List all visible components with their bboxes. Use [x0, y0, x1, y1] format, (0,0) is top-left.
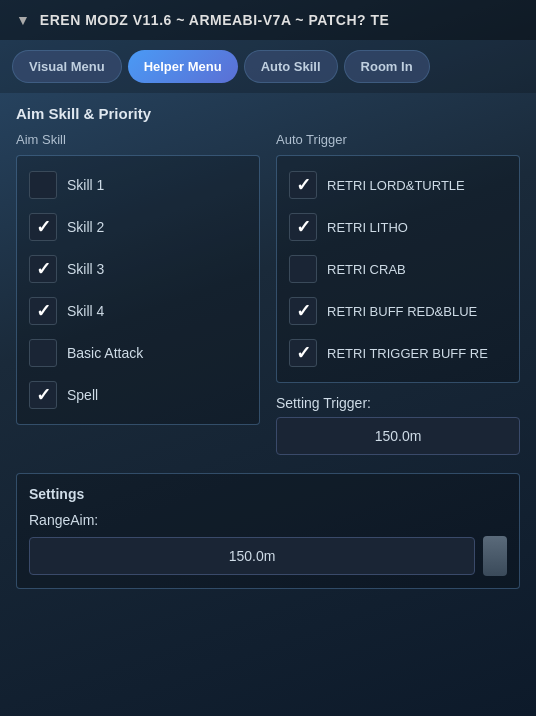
dropdown-arrow-icon[interactable]: ▼ [16, 12, 30, 28]
skill-item-4: Skill 4 [25, 290, 251, 332]
app-title: EREN MODZ V11.6 ~ ARMEABI-V7A ~ PATCH? T… [40, 12, 390, 28]
skill-item-spell: Spell [25, 374, 251, 416]
basic-attack-label: Basic Attack [67, 345, 143, 361]
main-content: Aim Skill & Priority Aim Skill Skill 1 S… [0, 93, 536, 601]
section-title: Aim Skill & Priority [16, 105, 520, 122]
header: ▼ EREN MODZ V11.6 ~ ARMEABI-V7A ~ PATCH?… [0, 0, 536, 40]
trigger4-label: RETRI BUFF RED&BLUE [327, 304, 477, 319]
trigger1-label: RETRI LORD&TURTLE [327, 178, 465, 193]
rangeaim-bar-wrapper: 150.0m [29, 536, 507, 576]
auto-trigger-box: RETRI LORD&TURTLE RETRI LITHO RETRI CRAB… [276, 155, 520, 383]
trigger5-checkbox[interactable] [289, 339, 317, 367]
settings-title: Settings [29, 486, 507, 502]
aim-skill-col-label: Aim Skill [16, 132, 260, 147]
trigger-item-1: RETRI LORD&TURTLE [285, 164, 511, 206]
skill-item-2: Skill 2 [25, 206, 251, 248]
skill-item-3: Skill 3 [25, 248, 251, 290]
trigger1-checkbox[interactable] [289, 171, 317, 199]
setting-trigger-label: Setting Trigger: [276, 395, 520, 411]
skill1-checkbox[interactable] [29, 171, 57, 199]
trigger-item-4: RETRI BUFF RED&BLUE [285, 290, 511, 332]
skill4-label: Skill 4 [67, 303, 104, 319]
basic-attack-checkbox[interactable] [29, 339, 57, 367]
trigger2-label: RETRI LITHO [327, 220, 408, 235]
spell-label: Spell [67, 387, 98, 403]
trigger4-checkbox[interactable] [289, 297, 317, 325]
rangeaim-label: RangeAim: [29, 512, 507, 528]
settings-box: Settings RangeAim: 150.0m [16, 473, 520, 589]
setting-trigger-value[interactable]: 150.0m [276, 417, 520, 455]
two-col-layout: Aim Skill Skill 1 Skill 2 Skill 3 [16, 132, 520, 455]
trigger3-checkbox[interactable] [289, 255, 317, 283]
skill1-label: Skill 1 [67, 177, 104, 193]
aim-skill-column: Aim Skill Skill 1 Skill 2 Skill 3 [16, 132, 260, 455]
skill2-checkbox[interactable] [29, 213, 57, 241]
skill3-checkbox[interactable] [29, 255, 57, 283]
trigger-item-5: RETRI TRIGGER BUFF RE [285, 332, 511, 374]
trigger5-label: RETRI TRIGGER BUFF RE [327, 346, 488, 361]
auto-trigger-column: Auto Trigger RETRI LORD&TURTLE RETRI LIT… [276, 132, 520, 455]
setting-trigger-row: Setting Trigger: 150.0m [276, 395, 520, 455]
skill3-label: Skill 3 [67, 261, 104, 277]
trigger2-checkbox[interactable] [289, 213, 317, 241]
trigger-item-2: RETRI LITHO [285, 206, 511, 248]
aim-skill-box: Skill 1 Skill 2 Skill 3 Skill 4 [16, 155, 260, 425]
tab-auto-skill[interactable]: Auto Skill [244, 50, 338, 83]
tab-helper-menu[interactable]: Helper Menu [128, 50, 238, 83]
skill4-checkbox[interactable] [29, 297, 57, 325]
settings-section: Settings RangeAim: 150.0m [16, 473, 520, 589]
skill2-label: Skill 2 [67, 219, 104, 235]
auto-trigger-col-label: Auto Trigger [276, 132, 520, 147]
spell-checkbox[interactable] [29, 381, 57, 409]
skill-item-basic-attack: Basic Attack [25, 332, 251, 374]
trigger-item-3: RETRI CRAB [285, 248, 511, 290]
trigger3-label: RETRI CRAB [327, 262, 406, 277]
tab-bar: Visual Menu Helper Menu Auto Skill Room … [0, 40, 536, 93]
tab-visual-menu[interactable]: Visual Menu [12, 50, 122, 83]
tab-room-in[interactable]: Room In [344, 50, 430, 83]
rangeaim-value[interactable]: 150.0m [29, 537, 475, 575]
skill-item-1: Skill 1 [25, 164, 251, 206]
rangeaim-slider-thumb[interactable] [483, 536, 507, 576]
